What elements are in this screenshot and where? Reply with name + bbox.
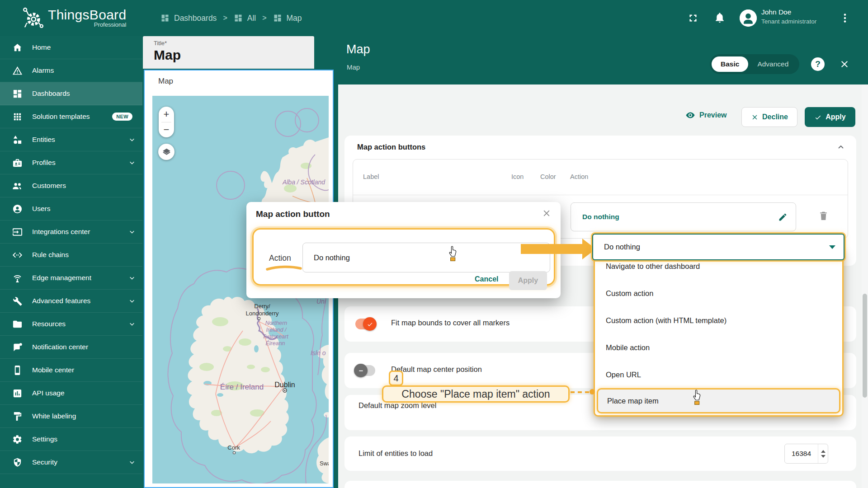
cancel-button[interactable]: Cancel: [475, 275, 498, 283]
hand-cursor-icon: [691, 388, 704, 406]
settings-icon: [12, 434, 23, 445]
widget-title-input-value: Map: [154, 47, 314, 63]
default-center-toggle[interactable]: [355, 365, 375, 376]
collapse-chevron-icon[interactable]: [837, 144, 844, 151]
apply-label: Apply: [826, 113, 845, 121]
map-label-uni: Uni: [316, 298, 326, 305]
next-section-card: [344, 481, 856, 488]
map-label-derry: Derry/: [254, 303, 270, 310]
column-header-action: Action: [570, 173, 588, 180]
sidebar-item-label: Settings: [32, 435, 135, 443]
sidebar-item-label: Advanced features: [32, 297, 129, 305]
dropdown-option-custom-action-with-html-template[interactable]: Custom action (with HTML template): [595, 307, 842, 334]
thingsboard-gear-icon: [20, 5, 45, 31]
chevron-down-icon: [129, 459, 135, 465]
sidebar-item-label: Solution templates: [32, 113, 112, 121]
chevron-down-icon: [129, 136, 135, 143]
dropdown-option-custom-action[interactable]: Custom action: [595, 280, 842, 307]
dropdown-option-mobile-action[interactable]: Mobile action: [595, 334, 842, 361]
dropdown-option-place-map-item[interactable]: Place map item: [597, 388, 840, 413]
avatar[interactable]: [740, 9, 757, 27]
map-label-dublin: Dublin: [274, 381, 295, 389]
dropdown-option-open-url[interactable]: Open URL: [595, 361, 842, 388]
sidebar-item-dashboards[interactable]: Dashboards: [0, 82, 142, 105]
sidebar-item-alarms[interactable]: Alarms: [0, 59, 142, 82]
more-options-icon[interactable]: [839, 12, 851, 24]
setting-entity-limit: Limit of entities to load 16384: [344, 436, 856, 471]
map-layers-button[interactable]: [158, 144, 175, 160]
settings-close-icon[interactable]: [839, 59, 850, 70]
sidebar-item-entities[interactable]: Entities: [0, 128, 142, 151]
breadcrumb-all[interactable]: All: [234, 14, 256, 23]
entity-limit-input[interactable]: 16384: [784, 444, 828, 464]
modal-close-icon[interactable]: [542, 208, 552, 218]
sidebar-item-white-labeling[interactable]: White labeling: [0, 405, 142, 428]
sidebar-item-api-usage[interactable]: API usage: [0, 382, 142, 405]
apply-button[interactable]: Apply: [805, 107, 855, 127]
sidebar-item-label: Dashboards: [32, 89, 135, 98]
annotation-tooltip: Choose "Place map item" action: [382, 385, 570, 403]
sidebar-item-integrations-center[interactable]: Integrations center: [0, 221, 142, 244]
settings-scrollbar[interactable]: [862, 84, 868, 488]
action-row-select[interactable]: Do nothing: [571, 202, 796, 231]
zoom-in-button[interactable]: +: [159, 107, 174, 122]
thingsboard-logo[interactable]: ThingsBoard Professional: [20, 5, 126, 31]
check-icon: [814, 113, 822, 121]
modal-apply-button[interactable]: Apply: [509, 271, 547, 290]
edit-pencil-icon[interactable]: [778, 212, 788, 222]
action-select-value: Do nothing: [314, 253, 350, 262]
breadcrumb-map[interactable]: Map: [273, 14, 302, 23]
user-role: Tenant administrator: [761, 18, 829, 25]
sidebar-item-label: Rule chains: [32, 251, 135, 259]
sidebar-item-customers[interactable]: Customers: [0, 174, 142, 197]
breadcrumb-separator: >: [223, 14, 227, 22]
action-dropdown-panel: Navigate to other dashboardCustom action…: [594, 249, 844, 417]
sidebar-item-edge-management[interactable]: Edge management: [0, 267, 142, 290]
sidebar-item-label: White labeling: [32, 412, 135, 420]
sidebar-item-profiles[interactable]: Profiles: [0, 151, 142, 174]
home-icon: [12, 42, 23, 53]
column-header-label: Label: [363, 173, 379, 180]
zoom-out-button[interactable]: −: [159, 122, 174, 138]
preview-button[interactable]: Preview: [685, 110, 726, 120]
map-label-isle-o: Isle o: [311, 349, 326, 357]
sidebar-item-home[interactable]: Home: [0, 36, 142, 59]
spinner-down-icon: [821, 455, 826, 458]
sidebar-item-rule-chains[interactable]: Rule chains: [0, 244, 142, 267]
breadcrumb-dashboards[interactable]: Dashboards: [160, 14, 217, 23]
tab-basic[interactable]: Basic: [712, 56, 748, 72]
sidebar-item-advanced-features[interactable]: Advanced features: [0, 290, 142, 313]
user-block[interactable]: John Doe Tenant administrator: [761, 8, 829, 25]
sidebar-item-solution-templates[interactable]: Solution templatesNEW: [0, 105, 142, 128]
delete-trash-icon[interactable]: [818, 209, 829, 222]
chevron-down-icon: [129, 229, 135, 235]
preview-label: Preview: [699, 111, 726, 119]
sidebar-item-resources[interactable]: Resources: [0, 313, 142, 336]
fullscreen-icon[interactable]: [687, 12, 699, 26]
table-header: LabelIconColorAction: [353, 160, 848, 195]
widget-settings-header: Map Map Basic Advanced ?: [338, 36, 868, 84]
chevron-down-icon: [129, 275, 135, 281]
action-select-field[interactable]: Do nothing: [302, 243, 550, 272]
dashboard-icon: [160, 14, 170, 23]
number-spinner[interactable]: [818, 444, 828, 463]
notification-center-icon: [12, 342, 23, 352]
action-dropdown-trigger[interactable]: Do nothing: [592, 234, 844, 260]
help-icon[interactable]: ?: [811, 57, 825, 71]
sidebar-item-users[interactable]: Users: [0, 197, 142, 221]
scrollbar-thumb[interactable]: [863, 294, 867, 398]
sidebar-item-settings[interactable]: Settings: [0, 428, 142, 451]
settings-title: Map: [346, 42, 370, 56]
chevron-down-icon: [829, 245, 835, 249]
tab-advanced[interactable]: Advanced: [748, 56, 797, 72]
column-header-color: Color: [540, 173, 556, 180]
sidebar-item-mobile-center[interactable]: Mobile center: [0, 359, 142, 382]
widget-title-input[interactable]: Title* Map: [143, 36, 314, 69]
widget-title-input-label: Title*: [154, 40, 314, 47]
fit-bounds-toggle[interactable]: [355, 319, 375, 329]
sidebar-item-notification-center[interactable]: Notification center: [0, 336, 142, 359]
notifications-bell-icon[interactable]: [714, 12, 726, 25]
default-center-label: Default map center position: [391, 365, 482, 374]
sidebar-item-security[interactable]: Security: [0, 451, 142, 474]
decline-button[interactable]: Decline: [741, 107, 797, 127]
